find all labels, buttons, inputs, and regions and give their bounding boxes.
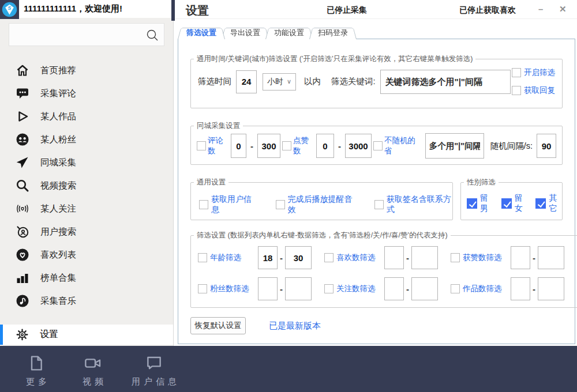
sidebar-item-like-list[interactable]: 喜欢列表 [0,243,173,266]
fans-min-input[interactable] [258,277,278,300]
reset-defaults-button[interactable]: 恢复默认设置 [190,317,246,334]
close-button[interactable]: ✕ [559,4,567,14]
enable-filter-option: 开启筛选 [512,67,555,78]
bottom-bar: 更多 视频 用户信息 [0,346,577,392]
enable-filter-checkbox[interactable] [512,68,521,77]
praise-max-input[interactable] [538,246,564,269]
praise-filter-checkbox[interactable] [451,253,460,262]
follow-min-input[interactable] [384,277,404,300]
signature-contact-checkbox[interactable] [374,200,384,209]
keep-male-checkbox[interactable] [467,198,477,209]
video-camera-icon [84,354,102,372]
sidebar-item-label: 首页推荐 [40,65,76,77]
svg-text:S: S [8,5,12,11]
filter-keyword-input[interactable] [380,70,511,94]
fans-filter-group: 粉丝数筛选 - [198,277,312,300]
home-icon [16,63,29,77]
sidebar-item-label: 同城采集 [40,157,76,169]
search-icon[interactable] [145,28,159,42]
sidebar-item-collect-music[interactable]: 采集音乐 [0,289,173,312]
like-max-input[interactable] [345,134,372,158]
tab-qr-login[interactable]: 扫码登录 [309,26,357,39]
comment-max-input[interactable] [257,134,280,158]
tab-filter-settings[interactable]: 筛选设置 [178,26,225,39]
likes-min-input[interactable] [384,246,404,269]
comment-count-checkbox[interactable] [197,141,206,150]
likes-filter-checkbox[interactable] [324,253,334,262]
bottom-item-video[interactable]: 视频 [73,354,113,387]
app-logo: S [0,0,19,19]
likes-filter-group: 喜欢数筛选 - [324,246,438,269]
age-filter-group: 年龄筛选 - [198,246,312,269]
works-filter-checkbox[interactable] [451,284,460,293]
bar-chart-icon [16,271,29,285]
play-sound-option: 完成后播放提醒音效 [276,194,354,215]
keep-female-option: 留女 [501,193,528,214]
comment-count-label: 评论数 [208,135,229,156]
sidebar-item-city-collect[interactable]: 同城采集 [0,151,173,174]
age-filter-checkbox[interactable] [198,253,207,262]
sidebar-item-settings[interactable]: 设置 [0,325,173,345]
get-user-info-checkbox[interactable] [199,200,208,209]
tab-function-settings[interactable]: 功能设置 [265,26,313,39]
sidebar-item-label: 视频搜索 [40,180,76,192]
province-input[interactable] [425,133,484,159]
bottom-item-user-info[interactable]: 用户信息 [122,354,186,387]
get-reply-label: 获取回复 [524,85,555,96]
sidebar-item-label: 某人粉丝 [40,134,76,146]
sidebar-divider [173,0,174,346]
city-collect-group: 同城采集设置 评论数 - 点赞数 - 不随机的省 随机间隔/s: [190,121,563,165]
like-count-checkbox[interactable] [282,141,291,150]
age-max-input[interactable] [285,246,312,269]
play-sound-checkbox[interactable] [276,200,285,209]
group-legend: 同城采集设置 [194,121,243,131]
version-status-link[interactable]: 已是最新版本 [269,321,321,331]
fixed-province-checkbox[interactable] [373,141,383,150]
sidebar-item-video-search[interactable]: 视频搜索 [0,174,173,197]
search-input[interactable] [9,24,164,46]
works-min-input[interactable] [511,277,530,300]
main-header: 设置 已停止采集 已停止获取喜欢 – ✕ [174,0,577,19]
sidebar-menu: 首页推荐 采集评论 某人作品 某人粉丝 同城采集 视频搜索 [0,59,173,312]
like-min-input[interactable] [316,134,334,158]
sidebar-item-home-feed[interactable]: 首页推荐 [0,59,173,82]
follow-filter-checkbox[interactable] [324,284,334,293]
filter-time-input[interactable] [236,70,257,93]
app-window: S 111111111111，欢迎使用! 首页推荐 采集评论 [0,0,577,392]
bottom-item-more[interactable]: 更多 [16,354,57,387]
minimize-button[interactable]: – [538,4,543,14]
sidebar-item-rank-collection[interactable]: 榜单合集 [0,266,173,289]
praise-min-input[interactable] [511,246,530,269]
get-reply-checkbox[interactable] [512,86,521,95]
sidebar-item-label: 喜欢列表 [40,249,76,261]
fans-filter-checkbox[interactable] [198,284,207,293]
sidebar-item-label: 采集音乐 [40,295,76,307]
age-min-input[interactable] [258,246,278,269]
sidebar-item-user-works[interactable]: 某人作品 [0,105,173,128]
chevron-down-icon: ∨ [287,78,291,85]
sidebar-item-user-follows[interactable]: 某人关注 [0,197,173,220]
general-time-keyword-group: 通用时间/关键词(城市)筛选设置 ('开启筛选'只在采集评论有效，其它右键菜单触… [190,54,563,108]
file-icon [27,354,46,372]
group-legend: 性别筛选 [464,178,499,187]
speech-bubble-icon [145,354,163,372]
follow-max-input[interactable] [411,277,438,300]
fans-max-input[interactable] [285,277,312,300]
keep-other-checkbox[interactable] [535,198,546,209]
random-interval-input[interactable] [537,134,556,158]
sidebar-item-collect-comments[interactable]: 采集评论 [0,82,173,105]
tab-export-settings[interactable]: 导出设置 [222,26,269,39]
works-max-input[interactable] [538,277,564,300]
panel-footer: 恢复默认设置 已是最新版本 [190,317,563,334]
sidebar-item-user-search[interactable]: 用户搜索 [0,220,173,243]
keep-female-checkbox[interactable] [501,198,512,209]
comment-min-input[interactable] [231,134,246,158]
filter-keyword-label: 筛选关键词: [331,76,376,87]
group-legend: 筛选设置 (数据列表内单机右键-数据筛选，含有'筛选粉/关/作/喜/赞'的代表支… [194,231,451,240]
sidebar-item-label: 某人关注 [40,203,76,215]
sidebar-item-user-fans[interactable]: 某人粉丝 [0,128,173,151]
random-interval-label: 随机间隔/s: [490,141,533,152]
time-unit-select[interactable]: 小时 ∨ [263,73,296,91]
likes-max-input[interactable] [411,246,438,269]
filter-time-label: 筛选时间 [198,76,231,87]
